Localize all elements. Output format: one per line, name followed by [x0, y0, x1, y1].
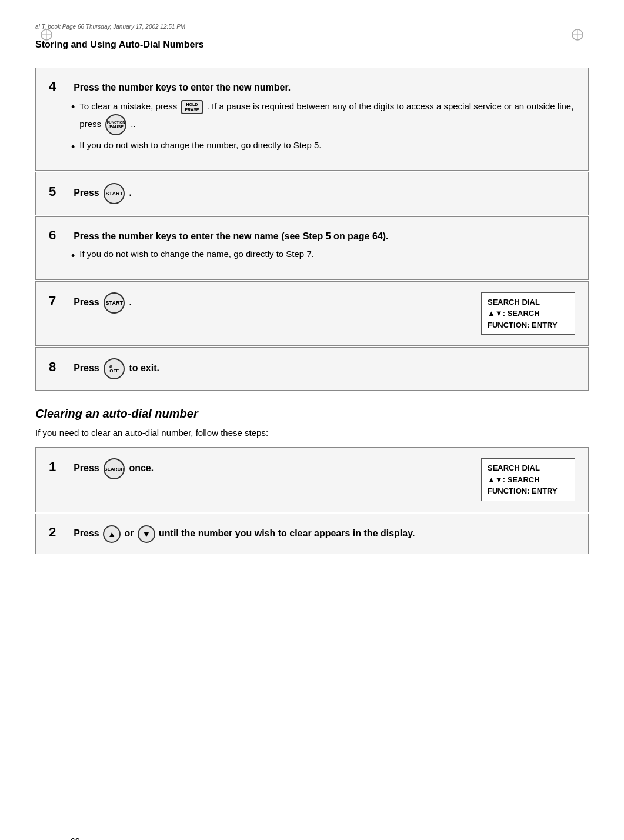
function-label: FUNCTION	[107, 121, 125, 125]
section-intro: If you need to clear an auto-dial number…	[35, 428, 589, 438]
step-6-content: 6 Press the number keys to enter the new…	[49, 228, 575, 264]
off-label: ⌀ OFF	[109, 364, 119, 374]
step-7-row: 7 Press START . SEARCH DIAL ▲▼: SEARCH F…	[49, 292, 575, 335]
step-5-period: .	[129, 188, 131, 198]
step-4-bullet-1: • To clear a mistake, press HOLD ERASE .…	[71, 100, 575, 135]
display-line1-clear1: SEARCH DIAL	[488, 462, 569, 474]
step-7-content: 7 Press START .	[49, 292, 469, 314]
step-4-body: • To clear a mistake, press HOLD ERASE .…	[71, 100, 575, 155]
step-8-content: 8 Press ⌀ OFF to exit.	[49, 358, 575, 379]
clear-step-1-press: Press	[74, 463, 102, 473]
pause-label: /PAUSE	[108, 125, 124, 129]
display-box-7: SEARCH DIAL ▲▼: SEARCH FUNCTION: ENTRY	[481, 292, 575, 335]
start-button-7[interactable]: START	[104, 292, 125, 314]
step-7-number: 7	[49, 294, 65, 309]
step-4-number: 4	[49, 79, 65, 94]
display-line1-7: SEARCH DIAL	[488, 296, 569, 308]
step-6-block: 6 Press the number keys to enter the new…	[35, 216, 589, 279]
section-title: Clearing an auto-dial number	[35, 407, 589, 421]
step-5-press-label: Press	[74, 188, 102, 198]
corner-mark-tl	[40, 28, 53, 43]
arrow-up-button[interactable]: ▲	[103, 525, 121, 543]
step-6-body: • If you do not wish to change the name,…	[71, 249, 575, 264]
step-6-bullet-1-text: If you do not wish to change the name, g…	[79, 249, 314, 259]
step-8-press-label: Press	[74, 363, 102, 373]
search-label-1: SEARCH	[104, 466, 124, 472]
display-box-clear-1: SEARCH DIAL ▲▼: SEARCH FUNCTION: ENTRY	[481, 458, 575, 501]
display-line2-7: ▲▼: SEARCH	[488, 308, 569, 319]
step-4-bullet-1-text: To clear a mistake, press HOLD ERASE . I…	[79, 100, 575, 135]
file-path: al T. book Page 66 Thursday, January 17,…	[35, 24, 589, 30]
bullet-icon: •	[71, 100, 75, 115]
start-button-5[interactable]: START	[104, 183, 125, 204]
hold-erase-button[interactable]: HOLD ERASE	[181, 100, 202, 114]
step-4-title: Press the number keys to enter the new n…	[74, 82, 291, 92]
step-4-block: 4 Press the number keys to enter the new…	[35, 68, 589, 171]
step-4-bullet-2: • If you do not wish to change the numbe…	[71, 140, 575, 155]
clear-step-1-row: 1 Press SEARCH once. SEARCH DIAL ▲▼: SEA…	[49, 458, 575, 501]
step-4-bullet-2-text: If you do not wish to change the number,…	[79, 140, 321, 150]
step-7-press-label: Press	[74, 297, 102, 307]
page-number: 66	[71, 836, 80, 840]
page-wrapper: al T. book Page 66 Thursday, January 17,…	[35, 24, 589, 840]
clear-step-2-press: Press	[74, 528, 102, 538]
page-title: Storing and Using Auto-Dial Numbers	[35, 39, 589, 50]
search-button-1[interactable]: SEARCH	[104, 458, 125, 479]
clear-step-2-block: 2 Press ▲ or ▼ until the number you wish…	[35, 514, 589, 554]
arrow-up-icon: ▲	[108, 529, 116, 539]
arrow-down-icon: ▼	[142, 529, 151, 539]
hold-label: HOLD	[186, 102, 198, 107]
clear-step-1-once: once.	[129, 463, 154, 473]
step-6-title: Press the number keys to enter the new n…	[74, 231, 388, 241]
erase-label: ERASE	[185, 107, 199, 112]
clear-step-2-until: until the number you wish to clear appea…	[159, 528, 415, 538]
step-4-content: 4 Press the number keys to enter the new…	[49, 79, 575, 159]
clear-step-2-number: 2	[49, 525, 65, 540]
step-5-block: 5 Press START .	[35, 172, 589, 215]
step-8-block: 8 Press ⌀ OFF to exit.	[35, 347, 589, 391]
function-pause-button[interactable]: FUNCTION /PAUSE	[105, 114, 126, 135]
clear-step-2-or: or	[124, 528, 136, 538]
bullet-icon-2: •	[71, 140, 75, 155]
display-line3-7: FUNCTION: ENTRY	[488, 319, 569, 331]
bullet-icon-3: •	[71, 249, 75, 264]
start-label-7: START	[106, 300, 123, 306]
arrow-down-button[interactable]: ▼	[138, 525, 155, 543]
display-line2-clear1: ▲▼: SEARCH	[488, 474, 569, 486]
off-button[interactable]: ⌀ OFF	[104, 358, 125, 379]
step-5-content: 5 Press START .	[49, 183, 575, 204]
step-6-number: 6	[49, 228, 65, 243]
clear-step-1-block: 1 Press SEARCH once. SEARCH DIAL ▲▼: SEA…	[35, 447, 589, 512]
corner-mark-tr	[571, 28, 584, 43]
display-line3-clear1: FUNCTION: ENTRY	[488, 485, 569, 497]
step-6-bullet-1: • If you do not wish to change the name,…	[71, 249, 575, 264]
clear-step-1-content: 1 Press SEARCH once.	[49, 458, 469, 479]
step-8-number: 8	[49, 359, 65, 375]
step-7-block: 7 Press START . SEARCH DIAL ▲▼: SEARCH F…	[35, 281, 589, 346]
start-label-5: START	[106, 191, 123, 196]
clear-step-2-content: 2 Press ▲ or ▼ until the number you wish…	[49, 525, 575, 543]
step-8-to-exit: to exit.	[129, 363, 159, 373]
step-5-number: 5	[49, 184, 65, 199]
step-7-period: .	[129, 297, 131, 307]
clear-step-1-number: 1	[49, 459, 65, 475]
